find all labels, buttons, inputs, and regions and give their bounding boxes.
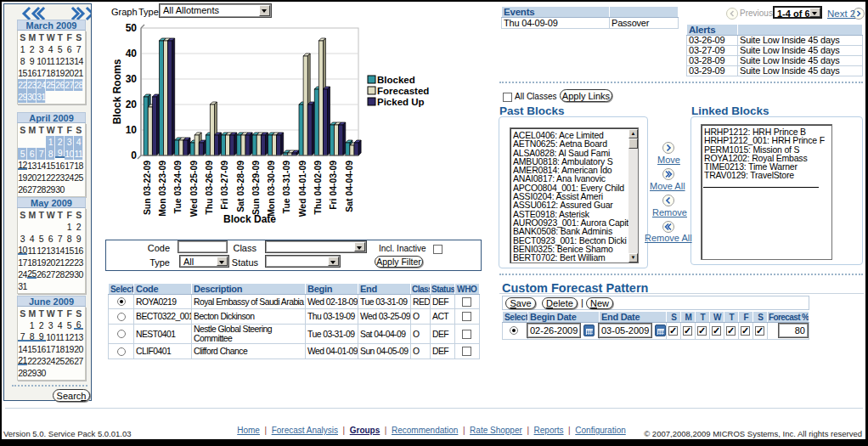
- svg-text:Picked Up: Picked Up: [377, 97, 425, 107]
- svg-text:Thu 03-26-09: Thu 03-26-09: [205, 161, 214, 215]
- svg-text:Forecasted: Forecasted: [377, 86, 429, 96]
- svg-text:Fri 04-03-09: Fri 04-03-09: [329, 161, 338, 210]
- svg-text:Sun 03-29-09: Sun 03-29-09: [251, 161, 261, 215]
- svg-text:Tue 03-31-09: Tue 03-31-09: [282, 161, 291, 213]
- svg-text:20: 20: [126, 99, 138, 110]
- svg-text:Fri 03-27-09: Fri 03-27-09: [220, 161, 229, 210]
- svg-text:Block Rooms: Block Rooms: [111, 59, 123, 124]
- svg-text:Thu 04-02-09: Thu 04-02-09: [313, 161, 323, 215]
- svg-text:0: 0: [131, 150, 137, 161]
- svg-text:30: 30: [126, 73, 138, 85]
- svg-text:50: 50: [126, 22, 138, 34]
- svg-text:Blocked: Blocked: [377, 75, 415, 85]
- svg-text:Wed 04-01-09: Wed 04-01-09: [298, 161, 307, 217]
- svg-text:Wed 03-25-09: Wed 03-25-09: [189, 161, 199, 217]
- svg-text:Tue 03-24-09: Tue 03-24-09: [173, 161, 183, 213]
- svg-text:10: 10: [126, 124, 138, 136]
- svg-text:Sun 03-22-09: Sun 03-22-09: [143, 161, 152, 215]
- svg-text:Mon 03-30-09: Mon 03-30-09: [267, 161, 276, 217]
- svg-text:Mon 03-23-09: Mon 03-23-09: [158, 161, 167, 217]
- svg-text:Block Date: Block Date: [223, 213, 276, 225]
- svg-text:Sat 03-28-09: Sat 03-28-09: [236, 161, 245, 212]
- svg-text:40: 40: [126, 48, 138, 59]
- svg-text:Sat 04-04-09: Sat 04-04-09: [345, 161, 354, 212]
